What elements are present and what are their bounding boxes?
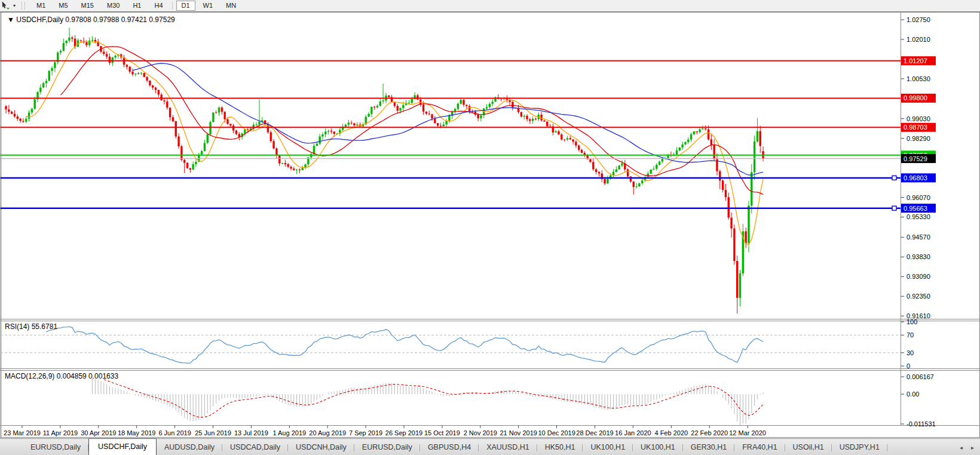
macd-label: MACD(12,26,9) 0.004859 0.001633 xyxy=(5,372,118,380)
svg-text:-0.011531: -0.011531 xyxy=(906,420,936,428)
svg-text:25 Jun 2019: 25 Jun 2019 xyxy=(195,429,231,436)
svg-text:0.99800: 0.99800 xyxy=(904,94,927,102)
svg-text:30: 30 xyxy=(906,349,914,356)
timeframe-button-h1[interactable]: H1 xyxy=(127,1,146,11)
tool-dropdown-arrow-icon[interactable]: ▾ xyxy=(13,3,16,8)
chart-tab-xauusd-h1[interactable]: XAUUSD,H1 xyxy=(479,441,537,455)
svg-text:23 Mar 2019: 23 Mar 2019 xyxy=(4,429,41,436)
svg-text:20 Aug 2019: 20 Aug 2019 xyxy=(309,429,346,436)
svg-text:13 Jul 2019: 13 Jul 2019 xyxy=(234,429,268,436)
chart-tab-audusd-daily[interactable]: AUDUSD,Daily xyxy=(157,441,222,455)
timeframe-button-mn[interactable]: MN xyxy=(220,1,241,11)
svg-text:15 Oct 2019: 15 Oct 2019 xyxy=(424,429,460,436)
svg-text:0.95663: 0.95663 xyxy=(904,205,927,212)
chart-tab-usdcad-daily[interactable]: USDCAD,Daily xyxy=(222,441,288,455)
svg-text:12 Mar 2020: 12 Mar 2020 xyxy=(729,429,766,436)
svg-text:6 Jun 2019: 6 Jun 2019 xyxy=(158,429,191,436)
chart-tab-hk50-h1[interactable]: HK50,H1 xyxy=(537,441,583,455)
usdchf-daily-chart[interactable]: 1.027501.020101.005300.990300.982900.960… xyxy=(0,12,980,438)
chart-tab-eurusd-daily[interactable]: EURUSD,Daily xyxy=(23,441,88,455)
svg-text:18 May 2019: 18 May 2019 xyxy=(118,429,156,436)
tabs-scroll-left-icon[interactable]: ◂ xyxy=(960,444,963,451)
chart-tab-usdjpy-h1[interactable]: USDJPY,H1 xyxy=(832,441,887,455)
chart-tab-usoil-h1[interactable]: USOil,H1 xyxy=(785,441,832,455)
svg-text:0.94570: 0.94570 xyxy=(906,233,930,241)
svg-text:7 Sep 2019: 7 Sep 2019 xyxy=(349,429,382,436)
svg-text:2 Nov 2019: 2 Nov 2019 xyxy=(464,429,497,436)
timeframe-buttons: M1M5M15M30H1H4D1W1MN xyxy=(30,1,243,11)
svg-text:0.92350: 0.92350 xyxy=(906,293,930,300)
svg-text:0.98703: 0.98703 xyxy=(904,124,927,131)
svg-text:1.00530: 1.00530 xyxy=(906,75,930,82)
svg-text:30 Apr 2019: 30 Apr 2019 xyxy=(81,429,116,436)
svg-text:4 Feb 2020: 4 Feb 2020 xyxy=(654,429,688,436)
timeframe-button-m30[interactable]: M30 xyxy=(102,1,125,11)
svg-text:1.02750: 1.02750 xyxy=(906,16,930,23)
svg-text:0.93090: 0.93090 xyxy=(906,273,930,280)
chart-tab-eurusd-daily[interactable]: EURUSD,Daily xyxy=(354,441,420,455)
svg-text:0.97529: 0.97529 xyxy=(904,155,927,162)
svg-text:16 Jan 2020: 16 Jan 2020 xyxy=(615,429,651,436)
chart-window[interactable]: 1.027501.020101.005300.990300.982900.960… xyxy=(0,12,980,438)
svg-text:0.95330: 0.95330 xyxy=(906,213,930,220)
tabs-scroll-right-icon[interactable]: ▸ xyxy=(971,444,974,451)
svg-text:0.00: 0.00 xyxy=(906,391,919,398)
chart-cursor-tool-icon[interactable] xyxy=(1,1,11,10)
toolbar-separator xyxy=(172,2,173,10)
svg-text:1.02010: 1.02010 xyxy=(906,36,930,43)
svg-text:70: 70 xyxy=(906,331,914,339)
top-toolbar: ▾ M1M5M15M30H1H4D1W1MN xyxy=(0,0,980,12)
timeframe-button-h4[interactable]: H4 xyxy=(149,1,168,11)
svg-text:0.96070: 0.96070 xyxy=(906,194,930,201)
svg-text:0: 0 xyxy=(906,362,910,370)
svg-text:26 Sep 2019: 26 Sep 2019 xyxy=(385,429,422,436)
svg-text:10 Dec 2019: 10 Dec 2019 xyxy=(538,429,575,436)
timeframe-button-m15[interactable]: M15 xyxy=(76,1,99,11)
chart-tab-gbpusd-h4[interactable]: GBPUSD,H4 xyxy=(420,441,479,455)
timeframe-button-d1[interactable]: D1 xyxy=(176,1,195,11)
timeframe-button-w1[interactable]: W1 xyxy=(198,1,219,11)
svg-text:0.99030: 0.99030 xyxy=(906,115,930,122)
svg-text:0.96803: 0.96803 xyxy=(904,174,927,182)
svg-text:0.98290: 0.98290 xyxy=(906,135,930,142)
chart-tab-usdchf-daily[interactable]: USDCHF,Daily xyxy=(88,438,157,455)
chart-tab-bar: EURUSD,DailyUSDCHF,DailyAUDUSD,DailyUSDC… xyxy=(0,438,980,455)
timeframe-button-m5[interactable]: M5 xyxy=(53,1,73,11)
svg-text:21 Nov 2019: 21 Nov 2019 xyxy=(500,429,537,436)
svg-text:28 Dec 2019: 28 Dec 2019 xyxy=(576,429,613,436)
svg-text:22 Feb 2020: 22 Feb 2020 xyxy=(691,429,728,436)
svg-text:0.93830: 0.93830 xyxy=(906,253,930,260)
chart-tab-uk100-h1[interactable]: UK100,H1 xyxy=(583,441,633,455)
rsi-label: RSI(14) 55.6781 xyxy=(5,322,57,331)
chart-title: ▼ USDCHF,Daily 0.97808 0.97988 0.97421 0… xyxy=(7,16,175,24)
toolbar-grip[interactable] xyxy=(22,2,25,10)
chart-tab-uk100-h1[interactable]: UK100,H1 xyxy=(633,441,683,455)
svg-text:1 Aug 2019: 1 Aug 2019 xyxy=(272,429,306,436)
chart-tab-usdcnh-daily[interactable]: USDCNH,Daily xyxy=(288,441,354,455)
chart-tab-ger30-h1[interactable]: GER30,H1 xyxy=(683,441,734,455)
svg-text:0.006167: 0.006167 xyxy=(906,373,934,380)
svg-text:1.01207: 1.01207 xyxy=(904,57,927,64)
svg-text:100: 100 xyxy=(906,318,917,325)
svg-text:11 Apr 2019: 11 Apr 2019 xyxy=(43,429,78,436)
timeframe-button-m1[interactable]: M1 xyxy=(31,1,51,11)
chart-tab-fra40-h1[interactable]: FRA40,H1 xyxy=(734,441,785,455)
